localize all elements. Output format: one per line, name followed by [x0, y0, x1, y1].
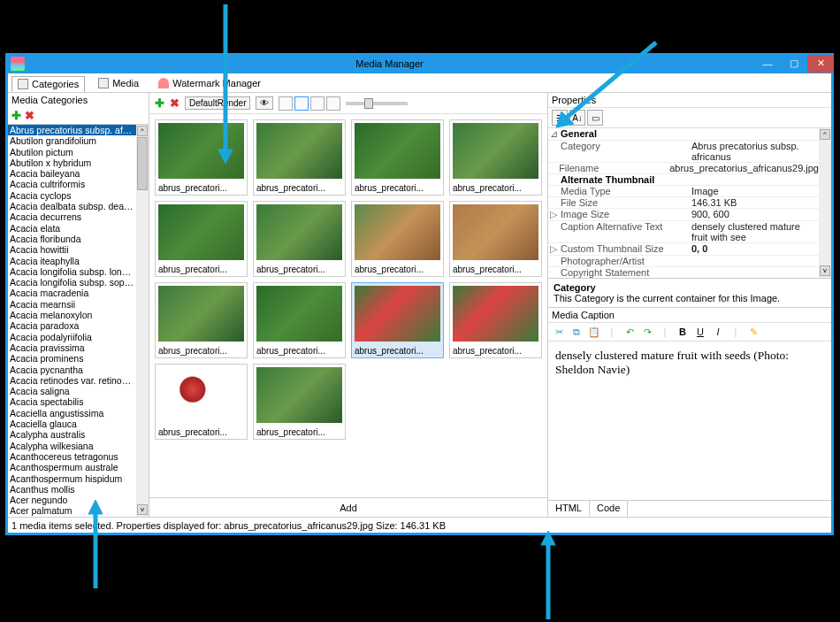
property-row[interactable]: ▷Image Size900, 600 — [548, 209, 819, 221]
category-item[interactable]: Acacia macradenia — [8, 288, 136, 298]
category-item[interactable]: Acanthospermum australe — [8, 462, 136, 472]
cut-icon[interactable]: ✂ — [552, 325, 566, 339]
preview-button[interactable]: 👁 — [256, 96, 273, 110]
media-thumbnail[interactable]: abrus_precatori... — [351, 201, 444, 277]
category-item[interactable]: Acacia longifolia subsp. longifolia — [8, 266, 136, 277]
alphabetical-button[interactable]: A↓ — [569, 110, 585, 126]
render-dropdown[interactable]: DefaultRender — [185, 96, 250, 110]
category-item[interactable]: Acacia iteaphylla — [8, 256, 136, 266]
category-item[interactable]: Acanthospermum hispidum — [8, 473, 136, 484]
property-row[interactable]: ⊿General — [548, 128, 819, 141]
close-button[interactable]: ✕ — [807, 55, 834, 73]
scroll-up-icon[interactable]: ^ — [820, 129, 830, 140]
add-bar[interactable]: Add — [149, 497, 547, 517]
italic-button[interactable]: I — [711, 325, 725, 339]
category-item[interactable]: Acacia floribunda — [8, 234, 136, 244]
delete-category-button[interactable]: ✖ — [25, 109, 34, 122]
category-item[interactable]: Acaciella glauca — [8, 419, 136, 429]
delete-media-button[interactable]: ✖ — [170, 96, 179, 110]
caption-tab-html[interactable]: HTML — [548, 501, 590, 517]
property-row[interactable]: Caption Alternative Textdensely clustere… — [548, 221, 819, 243]
bold-button[interactable]: B — [676, 325, 690, 339]
media-thumbnail[interactable]: abrus_precatori... — [449, 282, 542, 358]
media-thumbnail[interactable]: abrus_precatori... — [253, 119, 346, 196]
property-row[interactable]: Alternate Thumbnail — [548, 174, 819, 186]
category-item[interactable]: Acacia decurrens — [8, 211, 136, 222]
undo-icon[interactable]: ↶ — [622, 325, 637, 339]
add-category-button[interactable]: ✚ — [11, 109, 21, 122]
categorized-button[interactable]: ☷ — [552, 110, 568, 126]
zoom-slider[interactable] — [346, 102, 408, 105]
property-row[interactable]: File Size146.31 KB — [548, 197, 819, 209]
property-pages-button[interactable]: ▭ — [587, 110, 603, 126]
media-thumbnail[interactable]: abrus_precatori... — [253, 201, 346, 277]
category-item[interactable]: Acacia dealbata subsp. dealbata — [8, 201, 136, 211]
property-row[interactable]: ▷Custom Thumbnail Size0, 0 — [548, 243, 819, 256]
scrollbar[interactable]: ^ v — [819, 128, 831, 278]
media-thumbnail[interactable]: abrus_precatori... — [449, 119, 542, 196]
category-item[interactable]: Acalypha wilkesiana — [8, 441, 136, 451]
caption-tab-code[interactable]: Code — [590, 501, 628, 517]
category-item[interactable]: Acalypha australis — [8, 429, 136, 440]
minimize-button[interactable]: — — [754, 55, 781, 73]
media-thumbnail[interactable]: abrus_precatori... — [253, 282, 346, 358]
property-row[interactable]: Photographer/Artist — [548, 256, 819, 267]
tab-media[interactable]: Media — [92, 75, 145, 91]
view-large-icons-button[interactable] — [279, 96, 293, 111]
property-row[interactable]: Filenameabrus_precatorius_africanus29.jp… — [548, 163, 819, 174]
media-thumbnail[interactable]: abrus_precatori... — [351, 119, 444, 196]
slider-knob[interactable] — [364, 98, 373, 109]
scroll-down-icon[interactable]: v — [820, 265, 830, 276]
category-item[interactable]: Abutilon pictum — [8, 147, 136, 157]
scroll-down-icon[interactable]: v — [137, 504, 148, 515]
property-row[interactable]: Copyright Statement — [548, 267, 819, 279]
category-item[interactable]: Acanthocereus tetragonus — [8, 451, 136, 462]
media-thumbnail[interactable]: abrus_precatori... — [155, 364, 248, 440]
category-item[interactable]: Acacia pravissima — [8, 342, 136, 353]
category-list[interactable]: Abrus precatorius subsp. africanusAbutil… — [8, 124, 149, 517]
category-item[interactable]: Acer palmatum — [8, 505, 136, 516]
category-item[interactable]: Acacia paradoxa — [8, 320, 136, 331]
highlight-icon[interactable]: ✎ — [746, 325, 760, 339]
tab-watermark[interactable]: Watermark Manager — [152, 75, 267, 91]
tab-categories[interactable]: Categories — [11, 76, 85, 92]
property-row[interactable]: Media TypeImage — [548, 186, 819, 197]
category-item[interactable]: Acacia cultriformis — [8, 179, 136, 189]
category-item[interactable]: Acacia elata — [8, 223, 136, 234]
category-item[interactable]: Acacia howittii — [8, 244, 136, 255]
category-item[interactable]: Acacia retinodes var. retinodes — [8, 375, 136, 386]
category-item[interactable]: Acacia saligna — [8, 386, 136, 396]
media-thumbnail[interactable]: abrus_precatori... — [155, 119, 248, 196]
caption-editor[interactable]: densely clustered mature fruit with seed… — [548, 342, 831, 500]
media-thumbnail[interactable]: abrus_precatori... — [155, 282, 248, 358]
media-thumbnail[interactable]: abrus_precatori... — [449, 201, 542, 277]
category-item[interactable]: Acer negundo — [8, 495, 136, 505]
category-item[interactable]: Acaciella angustissima — [8, 408, 136, 419]
category-item[interactable]: Acacia longifolia subsp. sophorae — [8, 277, 136, 288]
paste-icon[interactable]: 📋 — [587, 325, 601, 339]
scroll-up-icon[interactable]: ^ — [137, 126, 148, 136]
property-row[interactable]: CategoryAbrus precatorius subsp. african… — [548, 141, 819, 163]
view-medium-icons-button[interactable] — [294, 96, 309, 111]
property-grid[interactable]: ⊿GeneralCategoryAbrus precatorius subsp.… — [548, 128, 831, 279]
copy-icon[interactable]: ⧉ — [569, 325, 584, 339]
scroll-thumb[interactable] — [137, 137, 148, 190]
add-media-button[interactable]: ✚ — [155, 96, 164, 110]
category-item[interactable]: Acacia melanoxylon — [8, 310, 136, 320]
view-list-button[interactable] — [326, 96, 340, 111]
category-item[interactable]: Acacia prominens — [8, 353, 136, 364]
media-thumbnail[interactable]: abrus_precatori... — [253, 364, 346, 440]
category-item[interactable]: Acanthus mollis — [8, 484, 136, 495]
category-item[interactable]: Abutilon x hybridum — [8, 157, 136, 168]
category-item[interactable]: Acacia cyclops — [8, 190, 136, 201]
category-item[interactable]: Abutilon grandifolium — [8, 135, 136, 146]
category-item[interactable]: Acacia mearnsii — [8, 299, 136, 310]
underline-button[interactable]: U — [693, 325, 707, 339]
redo-icon[interactable]: ↷ — [640, 325, 654, 339]
category-item[interactable]: Acacia spectabilis — [8, 396, 136, 407]
media-thumbnail[interactable]: abrus_precatori... — [351, 282, 444, 358]
category-item[interactable]: Acacia baileyana — [8, 168, 136, 179]
category-item[interactable]: Acacia pycnantha — [8, 365, 136, 375]
category-item[interactable]: Acacia podalyriifolia — [8, 332, 136, 342]
category-item[interactable]: Abrus precatorius subsp. africanus — [8, 125, 136, 135]
